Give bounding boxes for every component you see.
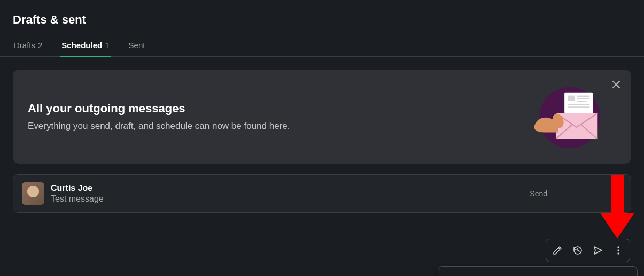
svg-rect-7 [568, 106, 589, 108]
edit-button[interactable] [547, 240, 568, 260]
tab-sent[interactable]: Sent [128, 35, 146, 56]
tab-count: 1 [105, 41, 109, 50]
banner-subtitle: Everything you send, draft, and schedule… [28, 121, 290, 132]
banner-title: All your outgoing messages [28, 102, 290, 116]
svg-point-10 [617, 246, 619, 248]
send-icon [593, 245, 603, 256]
menu-cancel-schedule[interactable]: Cancel schedule and save to drafts [438, 271, 637, 276]
svg-point-12 [617, 252, 619, 254]
arrow-down-icon [600, 175, 634, 240]
svg-rect-1 [564, 93, 593, 113]
close-icon [612, 80, 620, 89]
annotation-arrow [600, 175, 634, 242]
svg-rect-6 [568, 104, 589, 105]
tab-label: Sent [129, 41, 145, 50]
edit-icon [552, 245, 563, 256]
svg-rect-5 [577, 101, 587, 102]
tab-label: Scheduled [61, 41, 102, 50]
send-now-button[interactable] [588, 240, 608, 260]
tabs-bar: Drafts 2 Scheduled 1 Sent [0, 35, 644, 57]
svg-rect-4 [577, 98, 590, 99]
message-action-bar [546, 239, 630, 262]
banner-close-button[interactable] [609, 77, 624, 92]
svg-rect-2 [568, 96, 575, 101]
info-banner: All your outgoing messages Everything yo… [13, 70, 631, 164]
banner-text: All your outgoing messages Everything yo… [28, 102, 290, 132]
tab-count: 2 [38, 41, 42, 50]
more-icon [613, 245, 624, 256]
message-author: Curtis Joe [51, 183, 523, 193]
more-options-button[interactable] [608, 240, 629, 260]
scheduled-message-item[interactable]: Curtis Joe Test message Send [13, 174, 631, 213]
svg-rect-3 [577, 96, 590, 97]
main-content: All your outgoing messages Everything yo… [0, 57, 644, 226]
reschedule-button[interactable] [568, 240, 588, 260]
banner-illustration [533, 80, 607, 154]
message-body: Curtis Joe Test message [51, 183, 523, 204]
context-menu: Cancel schedule and save to drafts Delet… [438, 266, 638, 276]
message-preview: Test message [51, 194, 523, 204]
tab-label: Drafts [14, 41, 35, 50]
tab-scheduled[interactable]: Scheduled 1 [60, 35, 110, 56]
page-header: Drafts & sent [0, 0, 644, 35]
message-send-info: Send [530, 189, 547, 198]
svg-point-11 [617, 249, 619, 251]
avatar [22, 182, 44, 205]
page-title: Drafts & sent [13, 13, 631, 27]
reschedule-icon [572, 245, 583, 256]
tab-drafts[interactable]: Drafts 2 [13, 35, 43, 56]
message-list: Curtis Joe Test message Send [13, 174, 631, 213]
